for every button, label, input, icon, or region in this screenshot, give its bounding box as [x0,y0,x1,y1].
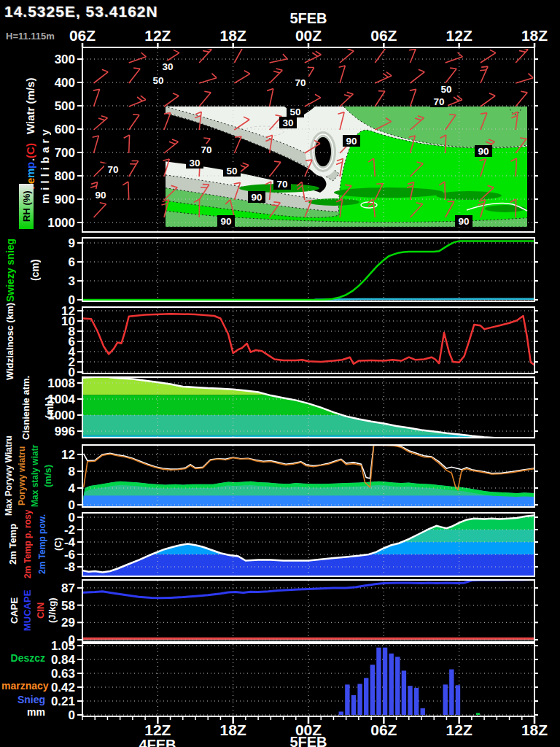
panel-precip [83,644,534,716]
svg-text:1000: 1000 [47,409,75,422]
svg-text:30: 30 [162,61,173,72]
panel-temp [82,513,534,576]
panel-snow [82,239,534,301]
meteogram-screen: 14.5325E, 53.4162N H=11.115m 5FEB Wiatr … [0,0,560,747]
svg-text:12Z: 12Z [144,27,171,44]
svg-text:90: 90 [220,216,231,227]
svg-text:50: 50 [226,166,237,177]
svg-text:12: 12 [61,448,75,462]
svg-text:6: 6 [69,255,75,269]
svg-text:0.42: 0.42 [51,681,75,694]
svg-text:70: 70 [433,96,444,107]
svg-text:18Z: 18Z [220,721,246,738]
svg-text:500: 500 [55,99,75,113]
svg-text:90: 90 [251,192,262,203]
svg-text:1000: 1000 [47,216,75,230]
svg-text:0.63: 0.63 [51,667,75,681]
meteogram-chart: 3050705070503070307050709090909090903004… [0,0,560,747]
svg-text:90: 90 [95,190,106,201]
panel-wind [82,444,534,507]
svg-text:18Z: 18Z [521,27,548,44]
svg-text:0: 0 [69,708,75,722]
svg-text:90: 90 [478,146,489,157]
svg-text:12Z: 12Z [446,27,472,44]
svg-text:50: 50 [440,84,451,95]
svg-text:29: 29 [61,616,75,630]
svg-text:-8: -8 [64,560,75,574]
panel-cape [82,580,534,642]
svg-text:18Z: 18Z [220,27,246,44]
svg-text:9: 9 [69,236,75,250]
svg-text:0.84: 0.84 [51,653,76,667]
panel-pressure [82,376,534,440]
svg-text:70: 70 [276,179,287,190]
panel-visibility [82,308,534,373]
svg-text:50: 50 [289,107,300,117]
svg-text:87: 87 [61,581,75,595]
svg-text:70: 70 [201,144,211,155]
svg-text:90: 90 [346,136,357,147]
svg-text:4: 4 [69,481,76,495]
svg-text:18Z: 18Z [521,721,548,738]
svg-text:800: 800 [55,169,75,183]
svg-text:1008: 1008 [47,376,75,390]
svg-text:3: 3 [69,274,75,288]
svg-text:70: 70 [295,77,306,88]
svg-text:58: 58 [61,599,75,613]
svg-text:400: 400 [55,76,75,90]
svg-text:1004: 1004 [47,392,75,406]
svg-text:12Z: 12Z [144,721,171,738]
svg-text:70: 70 [107,164,118,175]
svg-text:12Z: 12Z [446,721,472,738]
svg-text:996: 996 [55,425,75,438]
svg-text:06Z: 06Z [69,27,96,44]
svg-text:06Z: 06Z [370,27,397,44]
svg-text:1.05: 1.05 [51,639,75,653]
svg-text:600: 600 [55,123,75,136]
svg-text:30: 30 [189,158,200,169]
svg-text:700: 700 [55,146,75,160]
svg-text:00Z: 00Z [295,27,322,44]
precip-bars [339,648,480,715]
svg-text:00Z: 00Z [295,721,322,738]
svg-text:300: 300 [55,53,75,66]
svg-text:0.21: 0.21 [51,694,75,708]
svg-text:06Z: 06Z [370,721,397,738]
svg-text:50: 50 [152,75,163,86]
svg-text:900: 900 [55,193,75,206]
svg-text:8: 8 [69,465,75,479]
svg-text:30: 30 [282,117,293,128]
svg-text:90: 90 [458,216,469,227]
